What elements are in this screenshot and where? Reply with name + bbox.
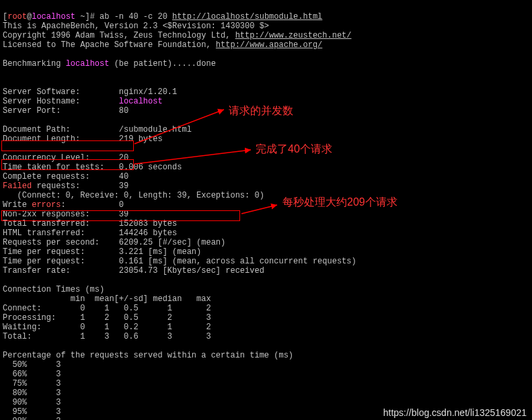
transfer-rate: Transfer rate: 23054.73 [Kbytes/sec] rec… — [3, 266, 264, 276]
watermark: https://blog.csdn.net/li1325169021 — [383, 408, 527, 417]
p80: 80% 3 — [3, 388, 61, 398]
prompt-host: localhost — [32, 12, 75, 22]
time-per-request-1: Time per request: 3.221 [ms] (mean) — [3, 247, 201, 257]
prompt-line[interactable]: [root@localhost ~]# ab -n 40 -c 20 http:… — [3, 12, 322, 22]
complete-requests: Complete requests: 40 — [3, 172, 128, 181]
p75: 75% 3 — [3, 379, 61, 388]
server-hostname: Server Hostname: localhost — [3, 97, 163, 106]
conn-times-title: Connection Times (ms) — [3, 285, 104, 294]
server-port: Server Port: 80 — [3, 106, 128, 116]
server-software: Server Software: nginx/1.20.1 — [3, 87, 177, 97]
failed-detail: (Connect: 0, Receive: 0, Length: 39, Exc… — [3, 191, 264, 200]
conn-processing: Processing: 1 2 0.5 2 3 — [3, 313, 211, 323]
write-errors: Write errors: 0 — [3, 200, 124, 210]
header-line-1: This is ApacheBench, Version 2.3 <$Revis… — [3, 22, 269, 31]
p66: 66% 3 — [3, 370, 61, 379]
percentiles-title: Percentage of the requests served within… — [3, 351, 293, 360]
conn-total: Total: 1 3 0.6 3 3 — [3, 332, 211, 341]
command-url: http://localhost/submodule.html — [172, 12, 322, 22]
document-length: Document Length: 219 bytes — [3, 134, 163, 144]
total-transferred: Total transferred: 152083 bytes — [3, 219, 177, 228]
p95: 95% 3 — [3, 407, 61, 417]
document-path: Document Path: /submodule.html — [3, 125, 192, 134]
time-taken: Time taken for tests: 0.006 seconds — [3, 163, 182, 172]
command-text: ab -n 40 -c 20 — [100, 12, 172, 22]
conn-waiting: Waiting: 0 1 0.2 1 2 — [3, 323, 211, 332]
p50: 50% 3 — [3, 360, 61, 370]
non-2xx: Non-2xx responses: 39 — [3, 210, 128, 219]
p90: 90% 3 — [3, 398, 61, 407]
html-transferred: HTML transferred: 144246 bytes — [3, 228, 177, 238]
prompt-user: root — [7, 12, 27, 22]
p98: 98% 3 — [3, 417, 61, 420]
requests-per-second: Requests per second: 6209.25 [#/sec] (me… — [3, 238, 225, 247]
conn-times-header: min mean[+/-sd] median max — [3, 294, 211, 304]
failed-requests: Failed requests: 39 — [3, 181, 128, 191]
terminal-output: [root@localhost ~]# ab -n 40 -c 20 http:… — [0, 0, 359, 420]
conn-connect: Connect: 0 1 0.5 1 2 — [3, 304, 211, 313]
header-line-2: Copyright 1996 Adam Twiss, Zeus Technolo… — [3, 31, 351, 40]
time-per-request-2: Time per request: 0.161 [ms] (mean, acro… — [3, 257, 356, 266]
header-line-3: Licensed to The Apache Software Foundati… — [3, 40, 322, 50]
benchmarking-line: Benchmarking localhost (be patient).....… — [3, 59, 216, 69]
concurrency-level: Concurrency Level: 20 — [3, 153, 128, 163]
